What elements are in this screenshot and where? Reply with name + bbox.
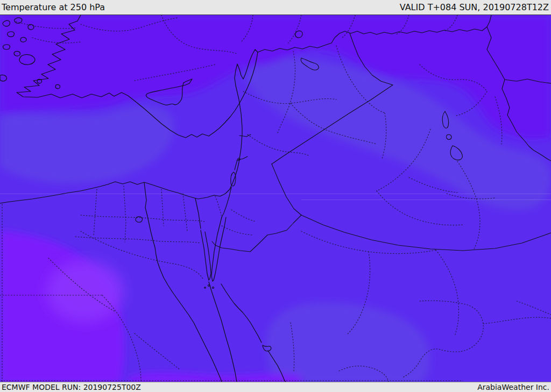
weather-map (0, 15, 551, 382)
model-run-label: ECMWF MODEL RUN: 20190725T00Z (2, 383, 141, 391)
map-title: Temperature at 250 hPa (2, 2, 105, 12)
header-bar: Temperature at 250 hPa VALID T+084 SUN, … (0, 0, 551, 15)
brand-label: ArabiaWeather Inc. (477, 383, 549, 391)
fill-brightest-patch (46, 260, 124, 323)
temperature-map-canvas (0, 15, 551, 382)
valid-time-label: VALID T+084 SUN, 20190728T12Z (400, 2, 549, 12)
footer-bar: ECMWF MODEL RUN: 20190725T00Z ArabiaWeat… (0, 382, 551, 392)
